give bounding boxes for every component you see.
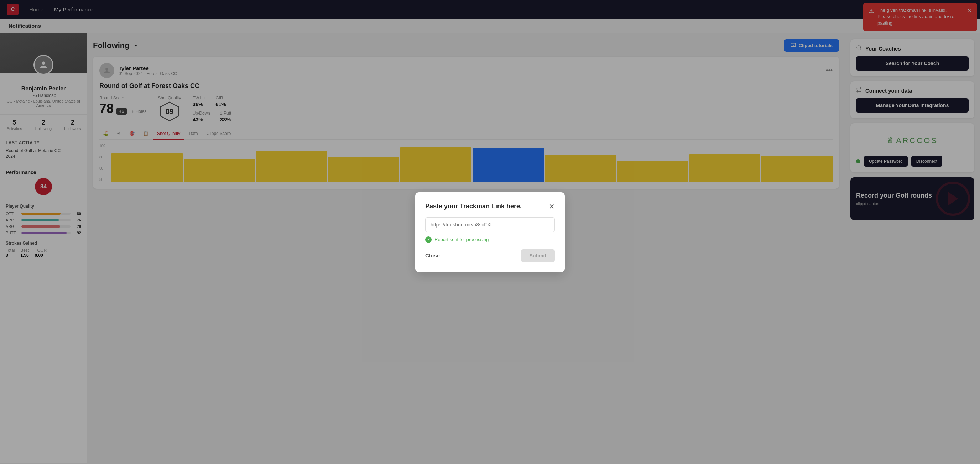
trackman-link-input[interactable] bbox=[425, 217, 555, 232]
modal-close-x-btn[interactable]: ✕ bbox=[549, 202, 555, 211]
trackman-modal: Paste your Trackman Link here. ✕ ✓ Repor… bbox=[415, 192, 565, 272]
modal-header: Paste your Trackman Link here. ✕ bbox=[425, 202, 555, 211]
modal-success-msg: ✓ Report sent for processing bbox=[425, 237, 555, 243]
modal-submit-btn[interactable]: Submit bbox=[521, 249, 555, 262]
success-text: Report sent for processing bbox=[434, 237, 488, 242]
modal-title: Paste your Trackman Link here. bbox=[425, 203, 522, 210]
success-checkmark-icon: ✓ bbox=[425, 237, 431, 243]
modal-overlay[interactable]: Paste your Trackman Link here. ✕ ✓ Repor… bbox=[0, 0, 980, 464]
modal-footer: Close Submit bbox=[425, 249, 555, 262]
modal-close-btn[interactable]: Close bbox=[425, 253, 440, 259]
